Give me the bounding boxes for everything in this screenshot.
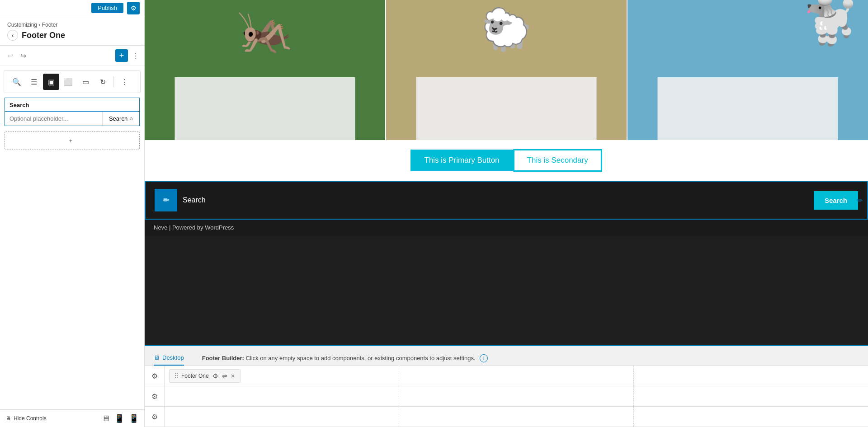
builder-row-2-content xyxy=(165,386,868,406)
history-bar: ↩ ↪ + ⋮ xyxy=(0,46,144,66)
builder-row-3-content xyxy=(165,407,868,427)
footer-search-row: ✏ Search Search ✏ xyxy=(145,181,868,220)
desktop-view-btn[interactable]: 🖥 xyxy=(102,413,110,423)
footer-builder-tabs: 🖥 Desktop Footer Builder: Click on any e… xyxy=(145,346,868,366)
breadcrumb-area: Customizing › Footer ‹ Footer One xyxy=(0,16,144,46)
toolbar-divider xyxy=(113,76,114,87)
view-buttons: 🖥 📱 📱 xyxy=(102,413,139,423)
toolbar-square-btn[interactable]: ▣ xyxy=(43,74,59,90)
add-block-toolbar-button[interactable]: + xyxy=(115,49,128,62)
component-close-btn[interactable]: × xyxy=(230,371,236,380)
right-edit-icon[interactable]: ✏ xyxy=(857,196,863,205)
top-bar: Publish ⚙ xyxy=(0,0,144,16)
search-preview: Search ○ xyxy=(5,111,140,126)
builder-cell-2-1[interactable] xyxy=(165,386,399,406)
builder-row-1: ⚙ ⠿ Footer One ⚙ ⇌ × xyxy=(145,366,868,386)
toolbar-search-btn[interactable]: 🔍 xyxy=(9,74,25,90)
builder-cell-1-1[interactable]: ⠿ Footer One ⚙ ⇌ × xyxy=(165,366,399,386)
search-placeholder-input[interactable] xyxy=(5,112,102,126)
add-icon: + xyxy=(69,137,73,144)
component-gear-btn[interactable]: ⚙ xyxy=(212,371,219,380)
footer-info-desc: Click on any empty space to add componen… xyxy=(246,355,476,361)
builder-cell-1-3[interactable] xyxy=(634,366,868,386)
drag-handle: ⠿ xyxy=(174,372,179,380)
white-placeholder-2 xyxy=(416,77,597,141)
builder-row-2: ⚙ xyxy=(145,386,868,407)
builder-cell-2-3[interactable] xyxy=(634,386,868,406)
footer-info-label: Footer Builder: xyxy=(202,355,244,361)
hide-controls-text: Hide Controls xyxy=(14,415,47,422)
footer-credit: Neve | Powered by WordPress xyxy=(145,220,868,235)
search-btn-label: Search xyxy=(109,115,127,122)
builder-cell-3-3[interactable] xyxy=(634,407,868,427)
secondary-button-preview[interactable]: This is Secondary xyxy=(513,149,602,172)
toolbar-list-btn[interactable]: ☰ xyxy=(26,74,42,90)
info-icon[interactable]: i xyxy=(480,354,488,362)
toolbar-loop-btn[interactable]: ↻ xyxy=(94,74,111,90)
right-content: 🦗 🐑 🐩 This is Primary Button This is Sec… xyxy=(145,0,868,427)
block-toolbar: 🔍 ☰ ▣ ⬜ ▭ ↻ ⋮ xyxy=(4,70,141,93)
more-options-button[interactable]: ⋮ xyxy=(132,52,139,60)
image-slot-3: 🐩 xyxy=(627,0,868,140)
hide-controls-label: 🖥 Hide Controls xyxy=(5,415,47,422)
builder-rows: ⚙ ⠿ Footer One ⚙ ⇌ × xyxy=(145,366,868,427)
component-tag-actions: ⚙ ⇌ × xyxy=(212,371,236,380)
left-panel: Publish ⚙ Customizing › Footer ‹ Footer … xyxy=(0,0,145,427)
footer-preview: ✏ Search Search ✏ Neve | Powered by Word… xyxy=(145,181,868,235)
desktop-tab-icon: 🖥 xyxy=(154,354,160,361)
publish-button[interactable]: Publish xyxy=(91,3,123,13)
footer-builder: 🖥 Desktop Footer Builder: Click on any e… xyxy=(145,345,868,427)
builder-row-3: ⚙ xyxy=(145,407,868,427)
redo-button[interactable]: ↪ xyxy=(19,50,28,62)
builder-cell-2-2[interactable] xyxy=(399,386,634,406)
back-button[interactable]: ‹ xyxy=(7,30,18,41)
desktop-tab[interactable]: 🖥 Desktop xyxy=(154,351,184,366)
component-tag-footer-one: ⠿ Footer One ⚙ ⇌ × xyxy=(169,369,241,383)
white-placeholder-1 xyxy=(175,77,355,141)
footer-search-input[interactable] xyxy=(687,191,814,210)
bottom-bar: 🖥 Hide Controls 🖥 📱 📱 xyxy=(0,409,144,427)
builder-row-1-gear[interactable]: ⚙ xyxy=(145,366,165,386)
add-new-block-button[interactable]: + xyxy=(5,131,140,150)
builder-row-2-gear[interactable]: ⚙ xyxy=(145,386,165,406)
toolbar-media-btn[interactable]: ▭ xyxy=(77,74,94,90)
builder-cell-1-2[interactable] xyxy=(399,366,634,386)
mobile-view-btn[interactable]: 📱 xyxy=(129,413,139,423)
edit-pencil-box[interactable]: ✏ xyxy=(155,189,177,211)
white-placeholder-3 xyxy=(658,77,838,141)
builder-row-3-gear[interactable]: ⚙ xyxy=(145,407,165,427)
block-label: Search xyxy=(5,98,140,111)
image-grid: 🦗 🐑 🐩 xyxy=(145,0,868,140)
preview-area: 🦗 🐑 🐩 This is Primary Button This is Sec… xyxy=(145,0,868,345)
edit-pencil-icon: ✏ xyxy=(163,195,170,205)
toolbar-video-btn[interactable]: ⬜ xyxy=(60,74,76,90)
component-adjust-btn[interactable]: ⇌ xyxy=(221,371,228,380)
breadcrumb-path: Customizing › Footer xyxy=(7,22,137,28)
tablet-view-btn[interactable]: 📱 xyxy=(114,413,124,423)
builder-row-1-content: ⠿ Footer One ⚙ ⇌ × xyxy=(165,366,868,386)
buttons-row: This is Primary Button This is Secondary xyxy=(145,140,868,181)
circle-icon: ○ xyxy=(129,115,133,122)
image-slot-1: 🦗 xyxy=(145,0,385,140)
gear-button[interactable]: ⚙ xyxy=(127,2,140,14)
image-slot-2: 🐑 xyxy=(385,0,627,140)
toolbar-more-btn[interactable]: ⋮ xyxy=(117,74,133,90)
footer-search-text: Search xyxy=(183,196,206,204)
component-name: Footer One xyxy=(181,373,209,379)
desktop-tab-label: Desktop xyxy=(162,354,184,361)
builder-cell-3-2[interactable] xyxy=(399,407,634,427)
section-title: Footer One xyxy=(22,31,65,40)
block-settings: Search Search ○ + xyxy=(0,98,144,150)
footer-search-button[interactable]: Search xyxy=(814,191,858,210)
footer-builder-info: Footer Builder: Click on any empty space… xyxy=(202,354,488,362)
search-preview-button[interactable]: Search ○ xyxy=(102,112,139,126)
breadcrumb-back: ‹ Footer One xyxy=(7,30,137,41)
desktop-icon-bottom: 🖥 xyxy=(5,415,11,422)
builder-cell-3-1[interactable] xyxy=(165,407,399,427)
primary-button-preview[interactable]: This is Primary Button xyxy=(410,150,513,171)
undo-button[interactable]: ↩ xyxy=(5,50,15,62)
